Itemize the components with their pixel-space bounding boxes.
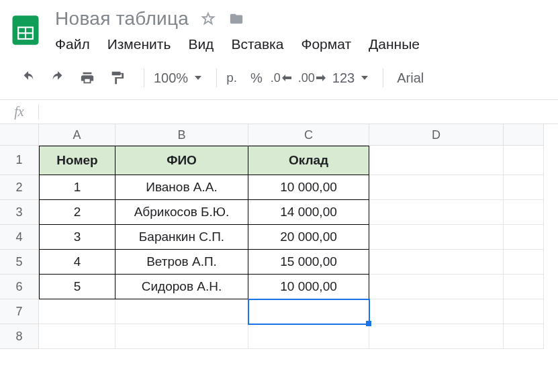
cell-B2[interactable]: Иванов А.А.	[115, 175, 248, 200]
menu-format[interactable]: Формат	[301, 36, 351, 52]
cell-C7[interactable]	[248, 299, 369, 324]
cell-C2[interactable]: 10 000,00	[248, 175, 369, 200]
row-header[interactable]: 5	[0, 250, 39, 275]
row-header[interactable]: 4	[0, 225, 39, 250]
redo-button[interactable]	[46, 66, 70, 90]
paint-format-button[interactable]	[105, 66, 129, 90]
cell[interactable]	[504, 250, 544, 275]
cell[interactable]	[504, 275, 544, 299]
zoom-value: 100%	[154, 70, 188, 86]
cell-C1[interactable]: Оклад	[248, 146, 369, 175]
row-header[interactable]: 3	[0, 200, 39, 225]
star-icon[interactable]	[201, 11, 216, 26]
cell[interactable]	[504, 299, 544, 324]
zoom-dropdown[interactable]: 100%	[154, 70, 201, 86]
menu-file[interactable]: Файл	[55, 36, 90, 52]
menu-view[interactable]: Вид	[188, 36, 214, 52]
chevron-down-icon	[195, 76, 201, 80]
cell-B5[interactable]: Ветров А.П.	[115, 250, 248, 275]
cell-B7[interactable]	[115, 299, 248, 324]
font-dropdown[interactable]: Arial	[397, 70, 424, 86]
currency-button[interactable]: р.	[226, 70, 237, 85]
row-header[interactable]: 8	[0, 324, 39, 349]
col-header[interactable]: A	[39, 124, 115, 146]
col-header[interactable]	[504, 124, 544, 146]
cell-C6[interactable]: 10 000,00	[248, 275, 369, 299]
menu-bar: Файл Изменить Вид Вставка Формат Данные	[55, 36, 558, 52]
decrease-decimal-button[interactable]: .0	[271, 66, 291, 90]
cell-A5[interactable]: 4	[39, 250, 115, 275]
cell-A4[interactable]: 3	[39, 225, 115, 250]
cell-C8[interactable]	[248, 324, 369, 349]
cell-D3[interactable]	[369, 200, 504, 225]
cell-B3[interactable]: Абрикосов Б.Ю.	[115, 200, 248, 225]
row-header[interactable]: 1	[0, 146, 39, 175]
cell-D2[interactable]	[369, 175, 504, 200]
percent-button[interactable]: %	[250, 70, 263, 86]
cell-B6[interactable]: Сидоров А.Н.	[115, 275, 248, 299]
cell-A6[interactable]: 5	[39, 275, 115, 299]
cell-D4[interactable]	[369, 225, 504, 250]
col-header[interactable]: C	[248, 124, 369, 146]
sheets-logo	[8, 7, 43, 54]
cell-A2[interactable]: 1	[39, 175, 115, 200]
menu-edit[interactable]: Изменить	[107, 36, 171, 52]
cell-A8[interactable]	[39, 324, 115, 349]
cell-D6[interactable]	[369, 275, 504, 299]
print-button[interactable]	[75, 66, 99, 90]
col-header[interactable]: D	[369, 124, 504, 146]
cell-B1[interactable]: ФИО	[115, 146, 248, 175]
menu-data[interactable]: Данные	[369, 36, 420, 52]
number-format-dropdown[interactable]: 123	[332, 70, 368, 86]
chevron-down-icon	[361, 76, 368, 80]
doc-title[interactable]: Новая таблица	[55, 8, 189, 30]
formula-input[interactable]	[39, 100, 558, 124]
select-all-corner[interactable]	[0, 124, 39, 146]
cell-B4[interactable]: Баранкин С.П.	[115, 225, 248, 250]
cell[interactable]	[504, 200, 544, 225]
undo-button[interactable]	[16, 66, 40, 90]
menu-insert[interactable]: Вставка	[231, 36, 283, 52]
cell-A1[interactable]: Номер	[39, 146, 115, 175]
cell-D8[interactable]	[369, 324, 504, 349]
cell-C5[interactable]: 15 000,00	[248, 250, 369, 275]
cell-C3[interactable]: 14 000,00	[248, 200, 369, 225]
cell-C4[interactable]: 20 000,00	[248, 225, 369, 250]
row-header[interactable]: 7	[0, 299, 39, 324]
fx-label: fx	[0, 104, 39, 119]
cell-D1[interactable]	[369, 146, 504, 175]
cell-D7[interactable]	[369, 299, 504, 324]
row-header[interactable]: 6	[0, 275, 39, 299]
row-header[interactable]: 2	[0, 175, 39, 200]
cell-B8[interactable]	[115, 324, 248, 349]
cell[interactable]	[504, 324, 544, 349]
folder-icon[interactable]	[228, 11, 245, 26]
cell-D5[interactable]	[369, 250, 504, 275]
increase-decimal-button[interactable]: .00	[298, 66, 326, 90]
cell[interactable]	[504, 225, 544, 250]
cell-A3[interactable]: 2	[39, 200, 115, 225]
toolbar: 100% р. % .0 .00 123 Arial	[0, 54, 558, 100]
cell-A7[interactable]	[39, 299, 115, 324]
cell[interactable]	[504, 175, 544, 200]
col-header[interactable]: B	[115, 124, 248, 146]
cell[interactable]	[504, 146, 544, 175]
